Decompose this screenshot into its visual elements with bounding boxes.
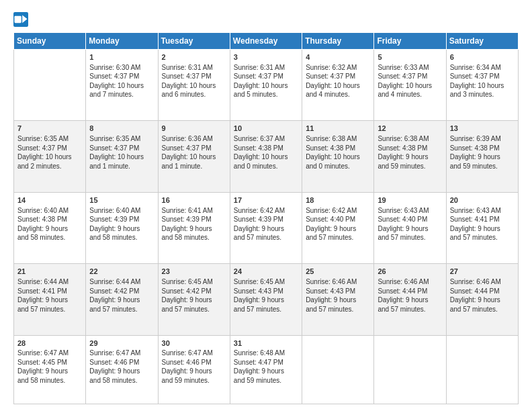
day-info-line: and 57 minutes. [306, 233, 370, 242]
calendar-week-2: 7Sunrise: 6:35 AMSunset: 4:37 PMDaylight… [14, 121, 519, 192]
day-number: 20 [450, 195, 515, 205]
day-info-line: Sunrise: 6:37 AM [234, 134, 298, 144]
day-info-line: Sunset: 4:43 PM [306, 287, 370, 296]
calendar-cell: 15Sunrise: 6:40 AMSunset: 4:39 PMDayligh… [86, 192, 158, 263]
day-number: 14 [17, 195, 82, 205]
day-info-line: and 4 minutes. [378, 90, 442, 99]
day-number: 30 [162, 338, 226, 349]
day-info-line: Sunset: 4:37 PM [306, 72, 370, 81]
day-info-line: Sunrise: 6:38 AM [306, 134, 370, 144]
calendar-cell: 6Sunrise: 6:34 AMSunset: 4:37 PMDaylight… [446, 50, 518, 121]
day-info-line: Sunrise: 6:44 AM [89, 277, 154, 287]
day-number: 31 [234, 338, 298, 349]
day-number: 1 [89, 52, 154, 62]
day-number: 19 [378, 195, 442, 205]
day-info-line: and 57 minutes. [234, 305, 298, 314]
day-info-line: Sunset: 4:42 PM [162, 287, 226, 296]
day-info-line: Daylight: 10 hours [306, 152, 370, 162]
day-info-line: Daylight: 9 hours [450, 224, 515, 234]
calendar-cell: 2Sunrise: 6:31 AMSunset: 4:37 PMDaylight… [158, 50, 230, 121]
day-number: 15 [89, 195, 154, 205]
day-info-line: and 58 minutes. [89, 376, 154, 385]
calendar-cell: 19Sunrise: 6:43 AMSunset: 4:40 PMDayligh… [374, 192, 446, 263]
calendar-cell: 14Sunrise: 6:40 AMSunset: 4:38 PMDayligh… [14, 192, 86, 263]
day-info-line: Sunset: 4:41 PM [450, 215, 515, 224]
day-info-line: Daylight: 10 hours [89, 152, 154, 162]
day-number: 12 [378, 124, 442, 134]
calendar-cell: 3Sunrise: 6:31 AMSunset: 4:37 PMDaylight… [230, 50, 302, 121]
day-info-line: Daylight: 9 hours [234, 367, 298, 376]
calendar-cell [302, 335, 374, 404]
day-info-line: Sunset: 4:38 PM [378, 144, 442, 153]
day-number: 7 [17, 124, 82, 134]
day-info-line: and 59 minutes. [234, 376, 298, 385]
day-info-line: Daylight: 10 hours [234, 152, 298, 162]
day-info-line: and 59 minutes. [162, 376, 226, 385]
day-info-line: Daylight: 9 hours [450, 152, 515, 162]
day-info-line: and 57 minutes. [450, 233, 515, 242]
day-info-line: Daylight: 9 hours [306, 295, 370, 305]
header [13, 12, 519, 27]
day-info-line: Sunrise: 6:46 AM [378, 277, 442, 287]
day-info-line: Sunrise: 6:36 AM [162, 134, 226, 144]
day-info-line: and 57 minutes. [17, 305, 82, 314]
calendar-cell: 27Sunrise: 6:46 AMSunset: 4:44 PMDayligh… [446, 264, 518, 335]
day-number: 11 [306, 124, 370, 134]
calendar-cell: 24Sunrise: 6:45 AMSunset: 4:43 PMDayligh… [230, 264, 302, 335]
day-info-line: Sunrise: 6:46 AM [450, 277, 515, 287]
day-info-line: Sunrise: 6:44 AM [17, 277, 82, 287]
calendar-cell: 7Sunrise: 6:35 AMSunset: 4:37 PMDaylight… [14, 121, 86, 192]
day-info-line: and 3 minutes. [450, 90, 515, 99]
day-info-line: Sunset: 4:37 PM [162, 144, 226, 153]
calendar-cell: 8Sunrise: 6:35 AMSunset: 4:37 PMDaylight… [86, 121, 158, 192]
day-info-line: Daylight: 9 hours [306, 224, 370, 234]
day-info-line: Sunset: 4:38 PM [17, 215, 82, 224]
header-thursday: Thursday [302, 33, 374, 50]
day-number: 21 [17, 267, 82, 277]
day-number: 9 [162, 124, 226, 134]
day-info-line: Daylight: 10 hours [378, 81, 442, 91]
day-number: 28 [17, 338, 82, 349]
day-info-line: Sunrise: 6:40 AM [89, 206, 154, 216]
day-info-line: and 59 minutes. [378, 162, 442, 171]
calendar-cell: 26Sunrise: 6:46 AMSunset: 4:44 PMDayligh… [374, 264, 446, 335]
day-number: 3 [234, 52, 298, 62]
calendar-header-row: SundayMondayTuesdayWednesdayThursdayFrid… [14, 33, 519, 50]
day-number: 22 [89, 267, 154, 277]
day-info-line: Daylight: 9 hours [17, 224, 82, 234]
calendar-cell: 20Sunrise: 6:43 AMSunset: 4:41 PMDayligh… [446, 192, 518, 263]
day-info-line: Daylight: 9 hours [162, 367, 226, 376]
day-info-line: Sunrise: 6:42 AM [234, 206, 298, 216]
day-info-line: Sunrise: 6:39 AM [450, 134, 515, 144]
calendar-cell [446, 335, 518, 404]
day-info-line: and 1 minute. [89, 162, 154, 171]
page: SundayMondayTuesdayWednesdayThursdayFrid… [0, 0, 532, 411]
day-number: 29 [89, 338, 154, 349]
day-info-line: Sunrise: 6:38 AM [378, 134, 442, 144]
day-info-line: and 2 minutes. [17, 162, 82, 171]
day-info-line: Daylight: 9 hours [450, 295, 515, 305]
day-info-line: Sunrise: 6:47 AM [17, 349, 82, 358]
day-number: 13 [450, 124, 515, 134]
day-info-line: Sunset: 4:37 PM [89, 72, 154, 81]
logo [13, 12, 31, 27]
day-info-line: Sunrise: 6:34 AM [450, 63, 515, 73]
calendar-cell: 9Sunrise: 6:36 AMSunset: 4:37 PMDaylight… [158, 121, 230, 192]
day-info-line: Sunset: 4:37 PM [378, 72, 442, 81]
day-number: 24 [234, 267, 298, 277]
day-info-line: Sunset: 4:46 PM [162, 358, 226, 367]
day-info-line: Sunrise: 6:48 AM [234, 349, 298, 358]
calendar-cell: 5Sunrise: 6:33 AMSunset: 4:37 PMDaylight… [374, 50, 446, 121]
day-info-line: and 5 minutes. [234, 90, 298, 99]
day-info-line: Daylight: 9 hours [162, 224, 226, 234]
calendar-cell: 18Sunrise: 6:42 AMSunset: 4:40 PMDayligh… [302, 192, 374, 263]
day-info-line: Sunrise: 6:43 AM [378, 206, 442, 216]
day-info-line: Sunrise: 6:35 AM [89, 134, 154, 144]
calendar-cell: 10Sunrise: 6:37 AMSunset: 4:38 PMDayligh… [230, 121, 302, 192]
day-info-line: Sunset: 4:37 PM [162, 72, 226, 81]
day-info-line: Daylight: 9 hours [378, 152, 442, 162]
day-info-line: and 58 minutes. [17, 376, 82, 385]
day-number: 17 [234, 195, 298, 205]
day-info-line: Sunrise: 6:30 AM [89, 63, 154, 73]
calendar-cell: 28Sunrise: 6:47 AMSunset: 4:45 PMDayligh… [14, 335, 86, 404]
